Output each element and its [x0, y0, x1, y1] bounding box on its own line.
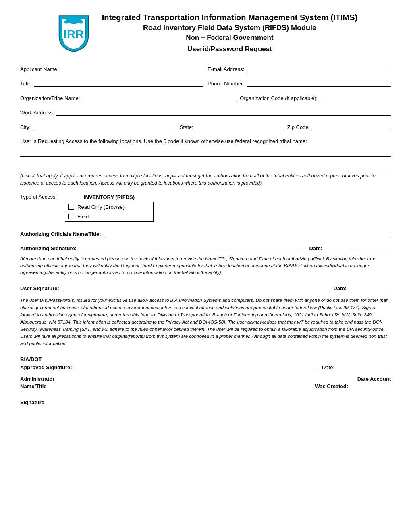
read-only-label: Read Only (Browse) — [77, 204, 125, 210]
org-row: Organization/Tribe Name: Organization Co… — [20, 94, 391, 101]
page-header: IRR Integrated Transportation Informatio… — [20, 12, 391, 54]
phone-group: Phone Number: — [208, 79, 391, 87]
applicant-name-label: Applicant Name: — [20, 66, 58, 72]
access-type-row: Type of Access: INVENTORY (RIFDS) Read O… — [20, 193, 391, 222]
admin-name-line — [48, 382, 242, 389]
user-sig-label: User Signature: — [20, 285, 59, 291]
auth-date-line — [326, 244, 391, 251]
org-code-input[interactable] — [320, 94, 368, 101]
bia-date-line — [338, 363, 391, 370]
org-code-group: Organization Code (if applicable): — [240, 94, 391, 101]
was-created-label: Was Created: — [315, 383, 348, 389]
city-label: City: — [20, 124, 31, 130]
legal-text: The userID(s)/Password(s) issued for you… — [20, 297, 391, 347]
access-box: INVENTORY (RIFDS) Read Only (Browse) Fie… — [65, 193, 154, 222]
access-options-box: Read Only (Browse) Field — [65, 202, 154, 222]
zip-label: Zip Code: — [287, 124, 310, 130]
form-body: Applicant Name: E-mail Address: Title: P… — [20, 65, 391, 405]
title-line1: Integrated Transportation Information Ma… — [102, 13, 358, 22]
email-label: E-mail Address: — [208, 66, 244, 72]
title-line4: Userid/Password Request — [102, 45, 358, 53]
admin-right: Date Account Was Created: — [286, 376, 391, 389]
admin-label: Administrator — [20, 376, 242, 382]
state-label: State: — [180, 124, 193, 130]
applicant-name-input[interactable] — [61, 65, 203, 72]
access-option-1: Field — [65, 212, 153, 221]
date-account-label: Date Account — [357, 376, 391, 382]
access-option-0: Read Only (Browse) — [65, 202, 153, 212]
user-sig-row: User Signature: Date: — [20, 284, 391, 291]
user-sig-line — [63, 284, 330, 291]
read-only-checkbox[interactable] — [68, 204, 74, 210]
date-label: Date: — [309, 245, 322, 251]
user-date-line — [351, 284, 391, 291]
inventory-title: INVENTORY (RIFDS) — [65, 193, 154, 202]
org-name-input[interactable] — [82, 94, 236, 101]
signature-line — [48, 398, 249, 405]
bia-date-label: Date: — [322, 364, 334, 370]
approved-sig-label: Approved Signature: — [20, 364, 72, 370]
state-group: State: — [180, 123, 283, 130]
auth-name-label: Authorizing Officials Name/Title: — [20, 231, 101, 237]
title-row: Title: Phone Number: — [20, 79, 391, 87]
work-address-group: Work Address: — [20, 108, 391, 116]
city-input[interactable] — [33, 123, 176, 130]
zip-input[interactable] — [312, 123, 391, 130]
state-input[interactable] — [196, 123, 283, 130]
signature-label: Signature — [20, 399, 44, 405]
email-group: E-mail Address: — [208, 65, 391, 72]
was-created-line — [351, 382, 391, 389]
applicant-name-group: Applicant Name: — [20, 65, 203, 72]
admin-row: Administrator Name/Title Date Account Wa… — [20, 376, 391, 389]
org-code-label: Organization Code (if applicable): — [240, 95, 318, 101]
title-line2: Road Inventory Field Data System (RIFDS)… — [102, 24, 358, 32]
italic-note: (List all that apply. If applicant requi… — [20, 172, 391, 187]
signature-row: Signature — [20, 398, 391, 405]
work-address-label: Work Address: — [20, 110, 54, 116]
admin-left: Administrator Name/Title — [20, 376, 286, 389]
title-input[interactable] — [34, 79, 203, 87]
title-label: Title: — [20, 81, 31, 87]
svg-text:IRR: IRR — [64, 28, 84, 41]
title-group: Title: — [20, 79, 203, 87]
access-request-text: User is Requesting Access to the followi… — [20, 137, 391, 145]
email-input[interactable] — [247, 65, 391, 72]
auth-name-line — [105, 230, 391, 237]
header-text-block: Integrated Transportation Information Ma… — [102, 13, 358, 53]
org-name-label: Organization/Tribe Name: — [20, 95, 80, 101]
bia-dot-label: BIA/DOT — [20, 356, 391, 362]
access-type-label: Type of Access: — [20, 193, 57, 200]
name-title-label: Name/Title — [20, 383, 47, 389]
auth-name-row: Authorizing Officials Name/Title: — [20, 230, 391, 237]
title-line3: Non – Federal Government — [102, 34, 358, 42]
city-group: City: — [20, 123, 176, 130]
applicant-row: Applicant Name: E-mail Address: — [20, 65, 391, 72]
zip-group: Zip Code: — [287, 123, 391, 130]
auth-note: (If more than one tribal entity is reque… — [20, 256, 391, 276]
logo: IRR — [54, 12, 94, 54]
city-row: City: State: Zip Code: — [20, 123, 391, 130]
field-checkbox[interactable] — [68, 214, 74, 219]
address-row: Work Address: — [20, 108, 391, 116]
phone-input[interactable] — [247, 79, 391, 87]
auth-sig-row: Authorizing Signature: Date: — [20, 244, 391, 251]
svg-point-2 — [71, 15, 76, 20]
approved-sig-line — [76, 363, 318, 370]
bia-sig-row: Approved Signature: Date: — [20, 363, 391, 370]
user-date-label: Date: — [333, 285, 347, 291]
auth-sig-label: Authorizing Signature: — [20, 245, 77, 251]
org-name-group: Organization/Tribe Name: — [20, 94, 236, 101]
work-address-input[interactable] — [56, 108, 391, 116]
bia-dot-section: BIA/DOT Approved Signature: Date: — [20, 356, 391, 370]
access-line-2 — [20, 159, 391, 168]
phone-label: Phone Number: — [208, 81, 244, 87]
field-label: Field — [77, 214, 89, 220]
auth-sig-line — [81, 244, 305, 251]
access-line-1 — [20, 148, 391, 157]
